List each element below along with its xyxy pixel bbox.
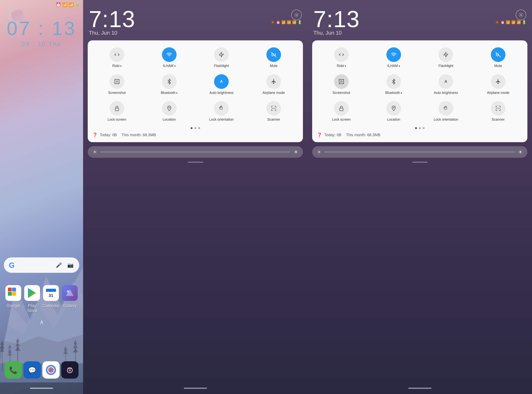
dock-chrome[interactable]	[42, 361, 60, 378]
qp-right-flashlight-btn[interactable]	[439, 47, 453, 62]
qp-right-autobrightness-btn[interactable]: A	[439, 74, 453, 89]
battery-icon: 🔋	[75, 2, 80, 7]
qp-right-location-label: Location	[387, 118, 400, 122]
qp-left-bluetooth-btn[interactable]	[162, 74, 176, 89]
qp-right-dots	[315, 127, 524, 129]
calendar-app-icon[interactable]: 31	[43, 285, 59, 301]
app-gallery[interactable]: Gallery	[61, 285, 78, 313]
qp-right-tile-screenshot[interactable]: Screenshot	[315, 71, 367, 98]
qp-right-lockscreen-btn[interactable]	[334, 101, 349, 116]
qp-right-tile-flashlight[interactable]: Flashlight	[420, 44, 472, 71]
qp-left-tile-mute[interactable]: Mute	[248, 44, 300, 71]
qp-right-airplane-btn[interactable]	[491, 74, 506, 89]
qp-right-tile-mute[interactable]: Mute	[472, 44, 524, 71]
qp-left-dot-1	[191, 127, 192, 129]
dock-camera[interactable]	[61, 361, 78, 378]
qp-right-settings-icon[interactable]	[516, 10, 526, 20]
app-google[interactable]: Google	[5, 285, 22, 313]
qp-right-location-btn[interactable]	[386, 101, 401, 116]
qp-left-scanner-label: Scanner	[267, 118, 280, 122]
qp-right-robi-btn[interactable]	[334, 47, 349, 62]
qp-left-scanner-btn[interactable]	[266, 101, 281, 116]
qp-right-tile-ilham[interactable]: ILHAM	[367, 44, 420, 71]
qp-left-ilham-btn[interactable]	[162, 47, 176, 62]
qp-left-dot-3	[198, 127, 200, 129]
qp-left-mute-btn[interactable]	[266, 47, 281, 62]
dock-phone[interactable]: 📞	[5, 361, 22, 378]
google-app-label: Google	[6, 303, 20, 308]
svg-marker-11	[8, 344, 11, 348]
playstore-app-icon[interactable]	[24, 285, 40, 301]
qp-left-autobrightness-label: Auto brightness	[209, 91, 233, 95]
app-drawer-chevron[interactable]: ∧	[39, 318, 44, 326]
lens-icon[interactable]: 📷	[66, 261, 75, 269]
qp-right-screenshot-btn[interactable]	[334, 74, 349, 89]
qp-right-mute-btn[interactable]	[491, 47, 506, 62]
qp-right-lockorient-label: Lock orientation	[434, 118, 458, 122]
qp-right-card: Robi ILHAM Flashlight	[312, 40, 527, 142]
qp-left-tile-lockscreen[interactable]: Lock screen	[91, 98, 143, 125]
qp-left-tile-scanner[interactable]: Scanner	[248, 98, 300, 125]
qp-left-tile-screenshot[interactable]: Screenshot	[91, 71, 143, 98]
svg-text:📞: 📞	[9, 366, 18, 374]
qp-right-status-icons: 🔕 ⏰ 📶 📶 📶 🔋	[495, 20, 526, 24]
qp-right-tile-robi[interactable]: Robi	[315, 44, 367, 71]
qp-right-tile-location[interactable]: Location	[367, 98, 420, 125]
qp-left-lockorient-btn[interactable]	[214, 101, 229, 116]
qp-left-location-btn[interactable]	[162, 101, 176, 116]
svg-marker-52	[444, 52, 448, 57]
svg-rect-45	[115, 79, 119, 84]
qp-right-data-help-icon: ❓	[317, 133, 322, 138]
svg-marker-13	[15, 346, 20, 351]
mic-icon[interactable]: 🎤	[55, 261, 63, 269]
qp-right-brightness-track[interactable]	[325, 151, 515, 153]
qp-left-robi-btn[interactable]	[110, 47, 124, 62]
qp-left-tile-autobrightness[interactable]: A Auto brightness	[195, 71, 248, 98]
nav-pill	[30, 388, 53, 389]
gallery-app-icon[interactable]	[62, 285, 78, 301]
svg-marker-22	[73, 340, 77, 344]
qp-right-tile-bluetooth[interactable]: Bluetooth	[367, 71, 420, 98]
svg-rect-30	[46, 289, 56, 292]
svg-rect-26	[8, 292, 12, 296]
qp-left-screenshot-btn[interactable]	[110, 74, 124, 89]
svg-rect-24	[8, 288, 12, 291]
qp-left-tile-bluetooth[interactable]: Bluetooth	[143, 71, 195, 98]
qp-right-signal1-icon: 📶	[506, 20, 510, 24]
qp-right-tile-lockorient[interactable]: Lock orientation	[420, 98, 472, 125]
qp-left-brightness-high-icon: ☀	[294, 149, 298, 155]
qp-right-bluetooth-btn[interactable]	[386, 74, 401, 89]
qp-left-tile-robi[interactable]: Robi	[91, 44, 143, 71]
qp-left-autobrightness-btn[interactable]: A	[214, 74, 229, 89]
qp-right-ilham-btn[interactable]	[386, 47, 401, 62]
qp-left-tile-flashlight[interactable]: Flashlight	[195, 44, 248, 71]
qp-right-scanner-btn[interactable]	[491, 101, 506, 116]
app-calendar[interactable]: 31 Calendar	[42, 285, 60, 313]
qp-left-tile-location[interactable]: Location	[143, 98, 195, 125]
qp-right-signal2-icon: 📶	[511, 20, 516, 24]
dock-messages[interactable]: 💬	[23, 361, 41, 378]
qp-right-tile-airplane[interactable]: Airplane mode	[472, 71, 524, 98]
search-bar[interactable]: G 🎤 📷	[4, 257, 79, 273]
qp-right-brightness-bar[interactable]: ☀ ☀	[312, 146, 527, 158]
svg-point-43	[296, 14, 297, 16]
qp-left-brightness-track[interactable]	[100, 151, 290, 153]
qp-left-tile-ilham[interactable]: ILHAM	[143, 44, 195, 71]
qp-right-flashlight-label: Flashlight	[439, 64, 453, 68]
qp-left-flashlight-btn[interactable]	[214, 47, 229, 62]
qp-right-grid: Robi ILHAM Flashlight	[315, 44, 524, 125]
qp-right-tile-lockscreen[interactable]: Lock screen	[315, 98, 367, 125]
qp-left-settings-icon[interactable]	[291, 10, 302, 20]
qp-right-lockorient-btn[interactable]	[439, 101, 453, 116]
gallery-app-label: Gallery	[63, 303, 77, 308]
qp-left-lockscreen-btn[interactable]	[110, 101, 124, 116]
qp-right-tile-scanner[interactable]: Scanner	[472, 98, 524, 125]
qp-left-tile-lockorient[interactable]: Lock orientation	[195, 98, 248, 125]
qp-left-airplane-btn[interactable]	[266, 74, 281, 89]
qp-left-tile-airplane[interactable]: Airplane mode	[248, 71, 300, 98]
qp-left-nav-bar	[83, 383, 308, 394]
qp-left-brightness-bar[interactable]: ☀ ☀	[88, 146, 303, 158]
google-app-icon[interactable]	[5, 285, 21, 301]
app-playstore[interactable]: Play Store	[23, 285, 41, 313]
qp-right-tile-autobrightness[interactable]: A Auto brightness	[420, 71, 472, 98]
